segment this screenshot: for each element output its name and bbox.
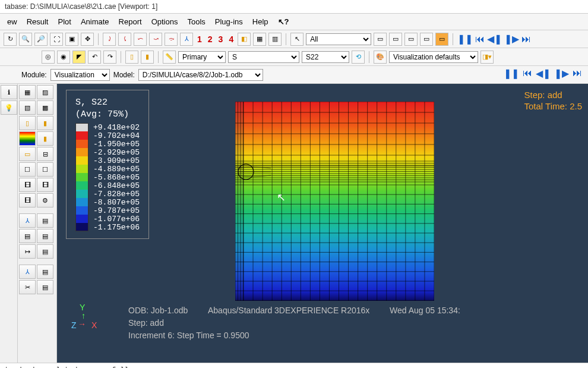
animate-time-icon[interactable]: 🎞 — [37, 178, 53, 192]
circles-icon[interactable]: ◎ — [42, 51, 55, 64]
plot-undeformed-icon[interactable]: ▦ — [19, 85, 36, 99]
menu-plot[interactable]: Plot — [54, 15, 74, 28]
fieldout-icon[interactable]: ▤ — [19, 229, 36, 243]
frame-first-icon[interactable]: ⏮ — [523, 68, 532, 79]
frame-controls: ❚❚ ⏮ ◀❚ ❚▶ ⏭ — [504, 68, 582, 79]
menu-report[interactable]: Report — [115, 15, 146, 28]
menu-result[interactable]: Result — [23, 15, 52, 28]
dg-add-icon[interactable]: ▭ — [389, 33, 402, 46]
frame-next-icon[interactable]: ❚▶ — [554, 68, 569, 79]
dg-replace-icon[interactable]: ▭ — [374, 33, 387, 46]
body2-icon[interactable]: ☐ — [37, 162, 53, 177]
help-whats-this-icon[interactable]: ↖? — [274, 15, 293, 28]
rotate-icon[interactable]: ↻ — [4, 33, 17, 46]
circle2-icon[interactable]: ◉ — [57, 51, 70, 64]
layers2-icon[interactable]: ▮ — [141, 51, 154, 64]
body-icon[interactable]: ☐ — [19, 162, 36, 177]
fit-view-icon[interactable]: ▣ — [65, 33, 78, 46]
contour-opt-icon[interactable] — [19, 131, 36, 146]
viewport[interactable]: S, S22 (Avg: 75%) +9.418e+02-9.702e+04-1… — [57, 84, 588, 363]
zoom-out-icon[interactable]: 🔎 — [34, 33, 48, 46]
plot-deformed-icon[interactable]: ▨ — [37, 85, 53, 99]
animate-harm-icon[interactable]: 🎞 — [19, 193, 36, 207]
plot-symbol-icon[interactable]: ▩ — [37, 100, 53, 115]
beam-icon[interactable]: ⊟ — [37, 147, 53, 161]
undo-icon[interactable]: ↶ — [88, 51, 101, 64]
grid-icon[interactable]: ▦ — [253, 33, 266, 46]
position-select[interactable]: Primary — [178, 51, 226, 63]
ruler-icon[interactable]: 📏 — [163, 51, 176, 64]
triad-icon[interactable]: ⅄ — [180, 33, 193, 46]
plot-contour-icon[interactable]: ▧ — [19, 100, 36, 115]
zoom-box-icon[interactable]: ⛶ — [50, 33, 63, 46]
redo-icon[interactable]: ↷ — [103, 51, 116, 64]
contour-legend: S, S22 (Avg: 75%) +9.418e+02-9.702e+04-1… — [66, 90, 149, 239]
legend-swatch — [75, 206, 88, 215]
cube-shaded-icon[interactable]: ◨▾ — [480, 51, 494, 64]
xydata-icon[interactable]: ⅄ — [19, 213, 36, 228]
dg-either-icon[interactable]: ▭ — [435, 33, 448, 46]
cut-opt-icon[interactable]: ▤ — [37, 280, 53, 294]
menu-tools[interactable]: Tools — [184, 15, 208, 28]
animate-opt-icon[interactable]: ⚙ — [37, 193, 53, 207]
matprop-icon[interactable]: ▭ — [19, 147, 36, 161]
view-xz-icon[interactable]: ⤹ — [118, 33, 131, 46]
display-group-select[interactable]: All — [306, 33, 371, 45]
menu-plugins[interactable]: Plug-ins — [211, 15, 246, 28]
menu-view[interactable]: ew — [4, 15, 21, 28]
layers-icon[interactable]: ▯ — [125, 51, 138, 64]
view-iso-icon[interactable]: ⤻ — [149, 33, 162, 46]
pointer-icon[interactable]: ↖ — [290, 33, 304, 46]
legend-row: -9.787e+05 — [75, 206, 140, 215]
menu-animate[interactable]: Animate — [77, 15, 113, 28]
anim-next-icon[interactable]: ❚▶ — [504, 33, 519, 45]
zoom-in-icon[interactable]: 🔍 — [19, 33, 32, 46]
legend-value: -9.702e+04 — [93, 131, 140, 140]
anim-first-icon[interactable]: ⏮ — [475, 34, 485, 45]
view-2[interactable]: 2 — [206, 34, 214, 44]
frame-prev-icon[interactable]: ◀❚ — [536, 68, 551, 79]
frame-last-icon[interactable]: ⏭ — [573, 68, 582, 79]
bulb-icon[interactable]: 💡 — [1, 100, 17, 115]
module-select[interactable]: Visualization — [50, 69, 110, 81]
view-yz-icon[interactable]: ⤺ — [134, 33, 147, 46]
info-icon[interactable]: ℹ — [1, 85, 17, 99]
frame-pause-icon[interactable]: ❚❚ — [504, 68, 519, 79]
model-select[interactable]: D:/SIMULIA/case/8/2/Job-1.odb — [138, 69, 263, 81]
anim-last-icon[interactable]: ⏭ — [521, 34, 531, 45]
view-xy-icon[interactable]: ⤸ — [103, 33, 116, 46]
probe-icon[interactable]: ⅄ — [19, 265, 36, 279]
anim-prev-icon[interactable]: ◀❚ — [487, 33, 502, 45]
symbol-opt-icon[interactable]: ▮ — [37, 131, 53, 146]
variable-select[interactable]: S — [228, 51, 299, 63]
legend-swatch — [75, 190, 88, 198]
menu-options[interactable]: Options — [148, 15, 182, 28]
legend-swatch — [75, 215, 88, 223]
cube-iso-icon[interactable]: ◧ — [238, 33, 251, 46]
create-xy-icon[interactable]: ↦ — [19, 244, 36, 259]
pan-icon[interactable]: ✥ — [81, 33, 94, 46]
palette-icon[interactable]: 🎨 — [374, 51, 387, 64]
anim-pause-icon[interactable]: ❚❚ — [457, 33, 473, 45]
histout-icon[interactable]: ▤ — [37, 229, 53, 243]
xy-opt-icon[interactable]: ▤ — [37, 244, 53, 259]
view-3[interactable]: 3 — [217, 34, 225, 44]
superimpose-icon[interactable]: ▮ — [37, 116, 53, 130]
rail-icon[interactable]: ▥ — [268, 33, 282, 46]
query-icon[interactable]: ▤ — [37, 265, 53, 279]
dg-intersect-icon[interactable]: ▭ — [420, 33, 433, 46]
view-4[interactable]: 4 — [227, 34, 235, 44]
view-flip-icon[interactable]: ⤼ — [165, 33, 178, 46]
cut-icon[interactable]: ✂ — [19, 280, 36, 294]
xyplot-icon[interactable]: ▤ — [37, 213, 53, 228]
render-style-select[interactable]: Visualization defaults — [389, 51, 478, 63]
refresh-icon[interactable]: ⟲ — [352, 51, 365, 64]
component-select[interactable]: S22 — [302, 51, 349, 63]
view-1[interactable]: 1 — [195, 34, 204, 44]
common-opt-icon[interactable]: ▯ — [19, 116, 36, 130]
select-icon[interactable]: ◤ — [72, 51, 86, 64]
dg-remove-icon[interactable]: ▭ — [404, 33, 418, 46]
legend-row: +9.418e+02 — [75, 123, 140, 131]
menu-help[interactable]: Help — [249, 15, 272, 28]
animate-scale-icon[interactable]: 🎞 — [19, 178, 36, 192]
